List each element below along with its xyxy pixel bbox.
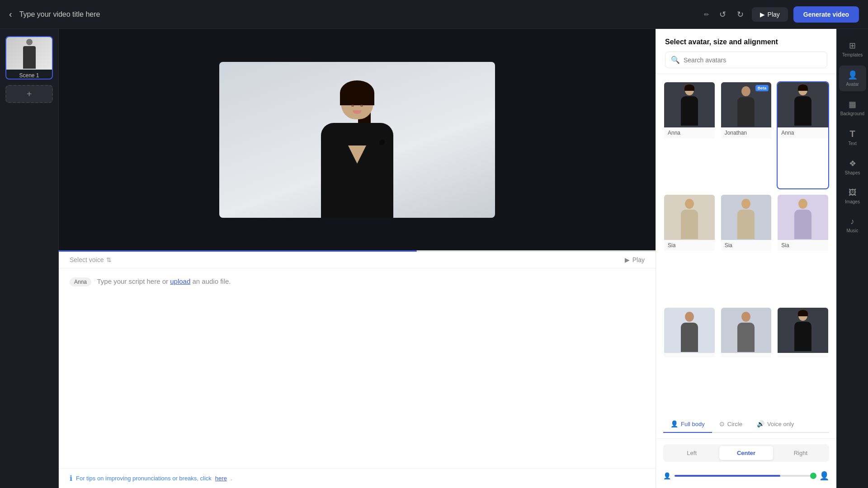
script-content[interactable]: Anna Type your script here or upload an … xyxy=(59,268,656,468)
hint-link[interactable]: here xyxy=(215,475,227,482)
avatar-name: Sia xyxy=(664,240,715,251)
size-tabs: 👤 Full body ⊙ Circle 🔊 Voice only xyxy=(656,416,836,439)
templates-label: Templates xyxy=(842,52,863,57)
beta-badge: Beta xyxy=(755,85,769,91)
avatar-image xyxy=(664,82,715,127)
scene-1-thumbnail[interactable]: Scene 1 xyxy=(5,36,53,80)
slider-fill xyxy=(675,475,780,477)
panel-header: Select avatar, size and alignment 🔍 xyxy=(656,29,836,74)
tool-music[interactable]: ♪ Music xyxy=(839,212,866,238)
size-slider-row: 👤 👤 xyxy=(656,467,836,488)
templates-icon: ⊞ xyxy=(849,41,856,51)
tool-background[interactable]: ▦ Background xyxy=(839,95,866,121)
video-title: Type your video title here xyxy=(19,10,697,19)
select-voice-label: Select voice xyxy=(70,256,104,263)
avatar-card-anna-1[interactable]: Anna xyxy=(663,81,716,189)
avatar-name xyxy=(664,353,715,357)
align-left-button[interactable]: Left xyxy=(665,446,718,460)
tool-templates[interactable]: ⊞ Templates xyxy=(839,36,866,62)
tool-avatar[interactable]: 👤 Avatar xyxy=(839,66,866,91)
preview-play-button[interactable]: ▶ Play xyxy=(752,7,788,22)
avatar-card-sia-1[interactable]: Sia xyxy=(663,194,716,302)
play-icon: ▶ xyxy=(760,11,765,18)
images-label: Images xyxy=(845,199,860,204)
tools-sidebar: ⊞ Templates 👤 Avatar ▦ Background T Text… xyxy=(836,29,868,488)
tab-voice-only-label: Voice only xyxy=(767,421,794,427)
avatar-card-jonathan[interactable]: Beta Jonathan xyxy=(720,81,773,189)
tab-voice-only[interactable]: 🔊 Voice only xyxy=(750,416,801,433)
center-area: Select voice ⇅ ▶ Play Anna Type your scr… xyxy=(59,29,656,488)
tab-full-body-label: Full body xyxy=(681,421,705,427)
topbar-actions: ↺ ↻ ▶ Play Generate video xyxy=(717,6,859,23)
music-label: Music xyxy=(846,228,858,233)
search-icon: 🔍 xyxy=(671,56,680,64)
avatar-card-3c[interactable] xyxy=(777,307,829,408)
preview-canvas xyxy=(219,62,495,218)
size-slider-track[interactable] xyxy=(675,475,816,477)
edit-title-icon[interactable]: ✏ xyxy=(704,11,709,18)
topbar: ‹ Type your video title here ✏ ↺ ↻ ▶ Pla… xyxy=(0,0,868,29)
size-max-icon: 👤 xyxy=(819,471,829,481)
tool-text[interactable]: T Text xyxy=(839,124,866,150)
search-input[interactable] xyxy=(684,56,821,64)
voice-chevron-icon: ⇅ xyxy=(106,256,112,263)
script-placeholder-text[interactable]: Type your script here or upload an audio… xyxy=(97,277,231,285)
scene-1-label: Scene 1 xyxy=(6,72,52,79)
add-scene-button[interactable]: + xyxy=(5,85,53,103)
script-progress-bar xyxy=(59,250,417,252)
generate-video-button[interactable]: Generate video xyxy=(793,6,859,23)
avatar-card-anna-2[interactable]: Anna xyxy=(777,81,829,189)
align-right-button[interactable]: Right xyxy=(774,446,827,460)
background-icon: ▦ xyxy=(849,99,856,109)
avatar-name xyxy=(778,353,828,357)
images-icon: 🖼 xyxy=(849,188,857,197)
text-icon: T xyxy=(849,129,855,139)
cursor xyxy=(379,140,385,145)
voice-icon: 🔊 xyxy=(757,420,764,427)
full-body-icon: 👤 xyxy=(670,420,678,427)
avatar-label: Avatar xyxy=(846,82,859,87)
undo-button[interactable]: ↺ xyxy=(717,7,729,22)
script-progress xyxy=(59,250,656,252)
background-label: Background xyxy=(840,111,864,116)
avatar-image xyxy=(778,308,828,353)
avatar-name: Anna xyxy=(664,127,715,138)
avatar-name xyxy=(721,353,772,357)
redo-button[interactable]: ↻ xyxy=(734,7,746,22)
play-script-button[interactable]: ▶ Play xyxy=(625,256,645,263)
avatar-image: Beta xyxy=(721,82,772,127)
avatar-card-sia-3[interactable]: Sia xyxy=(777,194,829,302)
avatar-search[interactable]: 🔍 xyxy=(665,52,827,68)
slider-handle[interactable] xyxy=(810,473,816,479)
avatar-name-badge: Anna xyxy=(70,277,91,286)
avatar-name: Jonathan xyxy=(721,127,772,138)
tab-full-body[interactable]: 👤 Full body xyxy=(663,416,712,433)
right-panel: Select avatar, size and alignment 🔍 Anna xyxy=(656,29,836,488)
play-script-icon: ▶ xyxy=(625,256,630,263)
avatar-grid: Anna Beta Jonathan xyxy=(656,74,836,416)
avatar-card-3b[interactable] xyxy=(720,307,773,408)
tool-images[interactable]: 🖼 Images xyxy=(839,183,866,209)
avatar-card-sia-2[interactable]: Sia xyxy=(720,194,773,302)
main-layout: Scene 1 + xyxy=(0,29,868,488)
play-label: Play xyxy=(768,11,780,18)
avatar-image xyxy=(778,195,828,240)
video-preview xyxy=(59,29,656,250)
play-script-label: Play xyxy=(632,256,645,263)
select-voice-button[interactable]: Select voice ⇅ xyxy=(70,256,112,263)
avatar-name: Sia xyxy=(778,240,828,251)
back-button[interactable]: ‹ xyxy=(9,9,12,19)
panel-title: Select avatar, size and alignment xyxy=(665,38,827,46)
hint-text: For tips on improving pronunciations or … xyxy=(76,475,212,482)
info-icon: ℹ xyxy=(70,474,72,483)
script-toolbar: Select voice ⇅ ▶ Play xyxy=(59,252,656,268)
avatar-image xyxy=(778,82,828,127)
shapes-icon: ❖ xyxy=(849,159,856,169)
tool-shapes[interactable]: ❖ Shapes xyxy=(839,154,866,180)
avatar-image xyxy=(721,195,772,240)
avatar-card-3a[interactable] xyxy=(663,307,716,408)
upload-link[interactable]: upload xyxy=(170,277,190,285)
avatar-name: Sia xyxy=(721,240,772,251)
align-center-button[interactable]: Center xyxy=(719,446,773,460)
tab-circle[interactable]: ⊙ Circle xyxy=(712,416,750,433)
